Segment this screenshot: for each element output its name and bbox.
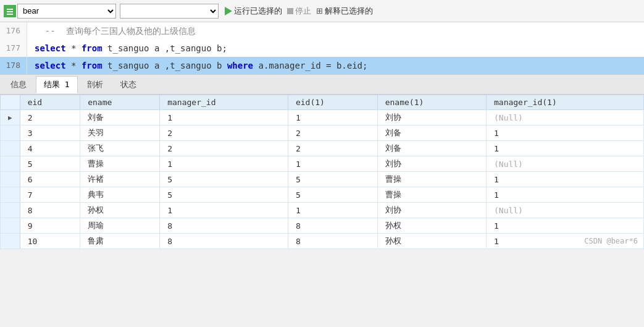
cell-manager_id1: 1 (486, 172, 643, 187)
row-indicator: ▶ (1, 110, 20, 125)
cell-eid1: 5 (288, 172, 377, 187)
cell-ename: 许褚 (80, 172, 160, 187)
table-header-row: eid ename manager_id eid(1) ename(1) man… (1, 95, 644, 110)
cell-manager_id1: (Null) (486, 110, 643, 125)
cell-ename1: 曹操 (377, 187, 486, 203)
code-content-176: -- 查询每个三国人物及他的上级信息 (27, 22, 196, 40)
cell-eid1: 1 (288, 110, 377, 125)
th-indicator (1, 95, 20, 110)
cell-ename1: 刘备 (377, 141, 486, 156)
cell-manager_id: 8 (160, 218, 288, 234)
kw-from-177: from (82, 43, 102, 53)
cell-ename1: 刘协 (377, 110, 486, 125)
th-manager-id1: manager_id(1) (486, 95, 643, 110)
cell-eid: 8 (20, 203, 80, 218)
db-selector: bear (4, 4, 116, 19)
row-indicator (1, 234, 20, 249)
code-content-178: select * from t_sanguo a ,t_sanguo b whe… (27, 57, 367, 74)
row-indicator (1, 203, 20, 218)
row-indicator (1, 141, 20, 156)
th-manager-id: manager_id (160, 95, 288, 110)
code-line-178: 178 select * from t_sanguo a ,t_sanguo b… (0, 57, 644, 74)
stop-button[interactable]: 停止 (287, 6, 311, 17)
cell-eid: 9 (20, 218, 80, 234)
cell-ename: 刘备 (80, 110, 160, 125)
cell-ename: 鲁肃 (80, 234, 160, 249)
results-table-container: eid ename manager_id eid(1) ename(1) man… (0, 95, 644, 249)
cell-eid1: 1 (288, 203, 377, 218)
table-row: 9周瑜88孙权1 (1, 218, 644, 234)
cell-eid1: 2 (288, 141, 377, 156)
stop-icon (287, 8, 293, 14)
comment-176: -- 查询每个三国人物及他的上级信息 (35, 26, 196, 36)
cell-manager_id1: (Null) (486, 156, 643, 172)
main-content: 176 -- 查询每个三国人物及他的上级信息 177 select * from… (0, 22, 644, 327)
cell-eid: 4 (20, 141, 80, 156)
table-row: 8孙权11刘协(Null) (1, 203, 644, 218)
schema-select[interactable] (120, 4, 219, 19)
cell-eid: 3 (20, 125, 80, 141)
cell-ename1: 刘备 (377, 125, 486, 141)
cell-eid1: 5 (288, 187, 377, 203)
cell-ename1: 刘协 (377, 203, 486, 218)
line-num-176: 176 (0, 22, 27, 40)
table-row: 7典韦55曹操1 (1, 187, 644, 203)
th-ename: ename (80, 95, 160, 110)
kw-from-178: from (82, 61, 102, 70)
table-row: ▶2刘备11刘协(Null) (1, 110, 644, 125)
cell-manager_id: 8 (160, 234, 288, 249)
cell-ename1: 孙权 (377, 218, 486, 234)
tab-results[interactable]: 结果 1 (36, 76, 78, 93)
db-icon (4, 5, 16, 17)
cell-ename1: 刘协 (377, 156, 486, 172)
kw-select-177: select (35, 43, 66, 53)
row-indicator (1, 172, 20, 187)
cell-ename: 曹操 (80, 156, 160, 172)
tab-status[interactable]: 状态 (112, 76, 144, 93)
explain-label: 解释已选择的 (325, 6, 373, 17)
table-row: 10鲁肃88孙权1 (1, 234, 644, 249)
cell-manager_id: 2 (160, 141, 288, 156)
watermark: CSDN @bear*6 (584, 237, 638, 245)
cell-manager_id: 1 (160, 203, 288, 218)
results-wrap: eid ename manager_id eid(1) ename(1) man… (0, 95, 644, 327)
db-select[interactable]: bear (17, 4, 116, 19)
table-row: 6许褚55曹操1 (1, 172, 644, 187)
code-line-176: 176 -- 查询每个三国人物及他的上级信息 (0, 22, 644, 40)
stop-label: 停止 (295, 6, 311, 17)
cell-eid1: 8 (288, 234, 377, 249)
run-label: 运行已选择的 (234, 6, 282, 17)
row-indicator (1, 125, 20, 141)
toolbar: bear 运行已选择的 停止 ⊞ 解释已选择的 (0, 0, 644, 22)
cell-ename: 关羽 (80, 125, 160, 141)
cell-manager_id: 5 (160, 187, 288, 203)
cell-eid1: 2 (288, 125, 377, 141)
cell-ename: 典韦 (80, 187, 160, 203)
table-row: 3关羽22刘备1 (1, 125, 644, 141)
cell-eid: 6 (20, 172, 80, 187)
cell-ename: 周瑜 (80, 218, 160, 234)
cell-manager_id1: 1 (486, 187, 643, 203)
tab-profile[interactable]: 剖析 (79, 76, 111, 93)
toolbar-actions: 运行已选择的 停止 ⊞ 解释已选择的 (225, 6, 373, 17)
cell-eid1: 8 (288, 218, 377, 234)
cell-ename1: 孙权 (377, 234, 486, 249)
cell-eid: 7 (20, 187, 80, 203)
explain-button[interactable]: ⊞ 解释已选择的 (316, 6, 373, 17)
cell-eid1: 1 (288, 156, 377, 172)
th-eid: eid (20, 95, 80, 110)
cell-eid: 5 (20, 156, 80, 172)
cell-eid: 2 (20, 110, 80, 125)
table-row: 4张飞22刘备1 (1, 141, 644, 156)
editor: 176 -- 查询每个三国人物及他的上级信息 177 select * from… (0, 22, 644, 75)
cell-manager_id: 5 (160, 172, 288, 187)
cell-manager_id1: 1 (486, 218, 643, 234)
table-body: ▶2刘备11刘协(Null)3关羽22刘备14张飞22刘备15曹操11刘协(Nu… (1, 110, 644, 249)
run-icon (225, 7, 232, 15)
cell-ename1: 曹操 (377, 172, 486, 187)
tab-info[interactable]: 信息 (2, 76, 35, 93)
cell-manager_id: 2 (160, 125, 288, 141)
cell-manager_id: 1 (160, 156, 288, 172)
row-indicator (1, 218, 20, 234)
run-button[interactable]: 运行已选择的 (225, 6, 282, 17)
